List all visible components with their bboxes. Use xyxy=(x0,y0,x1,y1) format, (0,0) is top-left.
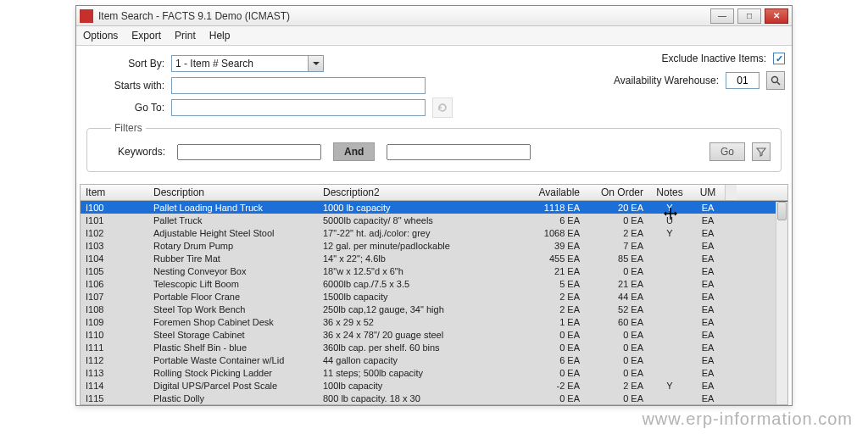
availability-warehouse-label: Availability Warehouse: xyxy=(614,75,719,86)
cell-desc2: 36 x 29 x 52 xyxy=(318,315,517,329)
table-row[interactable]: I108Steel Top Work Bench250lb cap,12 gau… xyxy=(81,303,787,315)
cell-um: EA xyxy=(691,214,725,227)
cell-available: 5 EA xyxy=(517,277,585,291)
startswith-label: Starts with: xyxy=(86,80,171,92)
warehouse-lookup-button[interactable] xyxy=(766,71,785,90)
cell-um: EA xyxy=(691,264,725,278)
table-row[interactable]: I109Foremen Shop Cabinet Desk36 x 29 x 5… xyxy=(81,315,787,328)
menu-print[interactable]: Print xyxy=(175,30,196,42)
table-row[interactable]: I104Rubber Tire Mat14" x 22"; 4.6lb455 E… xyxy=(81,252,787,264)
menubar: Options Export Print Help xyxy=(76,26,792,46)
filter-tools-button[interactable] xyxy=(752,142,771,161)
menu-export[interactable]: Export xyxy=(131,30,161,42)
titlebar: Item Search - FACTS 9.1 Demo (ICMAST) — … xyxy=(76,6,792,26)
cell-item: I105 xyxy=(81,264,148,278)
minimize-button[interactable]: — xyxy=(710,8,734,24)
cell-desc: Rubber Tire Mat xyxy=(148,252,318,265)
cell-desc: Portable Floor Crane xyxy=(148,290,318,303)
refresh-button[interactable] xyxy=(432,97,453,118)
col-notes[interactable]: Notes xyxy=(648,185,691,200)
cell-desc: Pallet Truck xyxy=(148,214,318,227)
sortby-value: 1 - Item # Search xyxy=(175,58,253,70)
cell-desc2: 1500lb capacity xyxy=(318,290,517,303)
results-table: Item Description Description2 Available … xyxy=(80,184,788,405)
cell-available: 2 EA xyxy=(517,303,585,316)
col-description2[interactable]: Description2 xyxy=(318,185,517,200)
cell-desc: Steel Storage Cabinet xyxy=(148,328,318,342)
cell-item: I108 xyxy=(81,303,148,316)
cell-available: 6 EA xyxy=(517,353,585,367)
cell-desc2: 1000 lb capacity xyxy=(318,201,517,214)
exclude-inactive-checkbox[interactable]: ✓ xyxy=(773,53,785,64)
cell-um: EA xyxy=(691,303,725,316)
cell-item: I111 xyxy=(81,341,148,354)
svg-line-1 xyxy=(777,82,780,85)
cell-item: I115 xyxy=(81,392,148,405)
filters-legend: Filters xyxy=(111,122,146,134)
cell-available: -2 EA xyxy=(517,379,585,392)
cell-onorder: 44 EA xyxy=(585,290,648,303)
and-button[interactable]: And xyxy=(333,142,375,161)
table-row[interactable]: I100Pallet Loading Hand Truck1000 lb cap… xyxy=(81,201,787,214)
cell-desc: Steel Top Work Bench xyxy=(148,303,318,316)
cell-desc2: 100lb capacity xyxy=(318,379,517,392)
table-row[interactable]: I113Rolling Stock Picking Ladder11 steps… xyxy=(81,366,787,379)
scrollbar-thumb[interactable] xyxy=(777,202,787,220)
sortby-dropdown[interactable]: 1 - Item # Search xyxy=(171,55,324,72)
table-row[interactable]: I105Nesting Conveyor Box18"w x 12.5"d x … xyxy=(81,264,787,277)
menu-help[interactable]: Help xyxy=(209,30,231,42)
startswith-input[interactable] xyxy=(171,77,426,94)
availability-warehouse-input[interactable] xyxy=(726,72,760,89)
cell-desc2: 44 gallon capacity xyxy=(318,353,517,367)
cell-um: EA xyxy=(691,341,725,354)
col-um[interactable]: UM xyxy=(691,185,725,200)
cell-available: 39 EA xyxy=(517,239,585,253)
close-button[interactable]: ✕ xyxy=(765,8,788,24)
keyword1-input[interactable] xyxy=(177,144,321,160)
col-description[interactable]: Description xyxy=(148,185,318,200)
table-row[interactable]: I101Pallet Truck5000lb capacity/ 8" whee… xyxy=(81,214,787,226)
goto-label: Go To: xyxy=(86,102,171,114)
table-row[interactable]: I107Portable Floor Crane1500lb capacity2… xyxy=(81,290,787,303)
cell-um: EA xyxy=(691,277,725,291)
vertical-scrollbar[interactable] xyxy=(776,202,787,404)
cell-desc: Rotary Drum Pump xyxy=(148,239,318,253)
cell-onorder: 52 EA xyxy=(585,303,648,316)
table-row[interactable]: I114Digital UPS/Parcel Post Scale100lb c… xyxy=(81,379,787,392)
cell-item: I114 xyxy=(81,379,148,392)
cell-onorder: 0 EA xyxy=(585,214,648,227)
go-button[interactable]: Go xyxy=(709,142,745,161)
search-icon xyxy=(771,75,781,86)
cell-notes xyxy=(648,295,691,298)
cell-onorder: 0 EA xyxy=(585,353,648,367)
col-item[interactable]: Item xyxy=(81,185,148,200)
keyword2-input[interactable] xyxy=(387,144,531,160)
col-onorder[interactable]: On Order xyxy=(585,185,648,200)
window-buttons: — □ ✕ xyxy=(710,8,788,24)
cell-available: 0 EA xyxy=(517,366,585,380)
col-available[interactable]: Available xyxy=(517,185,585,200)
cell-desc: Portable Waste Container w/Lid xyxy=(148,353,318,367)
table-row[interactable]: I110Steel Storage Cabinet36 x 24 x 78"/ … xyxy=(81,328,787,341)
maximize-button[interactable]: □ xyxy=(737,8,761,24)
cell-notes xyxy=(648,257,691,260)
cell-um: EA xyxy=(691,328,725,342)
table-row[interactable]: I102Adjustable Height Steel Stool17"-22"… xyxy=(81,226,787,239)
table-body: I100Pallet Loading Hand Truck1000 lb cap… xyxy=(81,201,787,404)
menu-options[interactable]: Options xyxy=(83,30,118,42)
table-row[interactable]: I111Plastic Shelf Bin - blue360lb cap. p… xyxy=(81,341,787,353)
cell-item: I113 xyxy=(81,366,148,380)
cell-available: 1068 EA xyxy=(517,226,585,240)
table-row[interactable]: I106Telescopic Lift Boom6000lb cap./7.5 … xyxy=(81,277,787,290)
table-row[interactable]: I103Rotary Drum Pump12 gal. per minute/p… xyxy=(81,239,787,252)
cell-um: EA xyxy=(691,315,725,329)
cell-item: I104 xyxy=(81,252,148,265)
table-header: Item Description Description2 Available … xyxy=(81,185,787,201)
table-row[interactable]: I115Plastic Dolly800 lb capacity. 18 x 3… xyxy=(81,392,787,404)
table-row[interactable]: I112Portable Waste Container w/Lid44 gal… xyxy=(81,353,787,366)
cell-available: 2 EA xyxy=(517,290,585,303)
cell-notes xyxy=(648,282,691,286)
form-area: Exclude Inactive Items: ✓ Availability W… xyxy=(76,46,792,175)
goto-input[interactable] xyxy=(171,99,426,116)
cell-um: EA xyxy=(691,366,725,380)
